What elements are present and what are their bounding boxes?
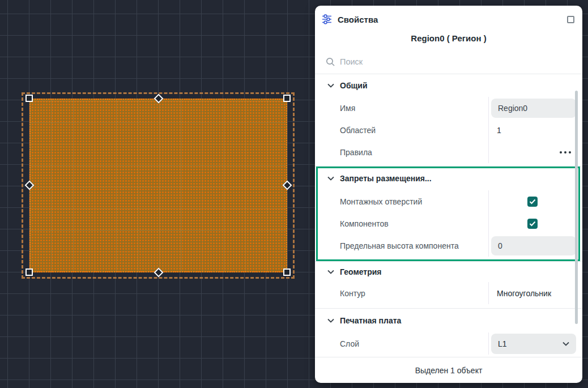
row-label: Предельная высота компонента <box>315 241 488 250</box>
section-pcb-header[interactable]: Печатная плата <box>315 309 582 332</box>
property-row-rules: Правила <box>315 141 582 163</box>
checkbox-mounting-holes[interactable] <box>527 197 538 207</box>
selected-object-title: Region0 ( Регион ) <box>315 29 582 50</box>
layer-dropdown[interactable]: L1 <box>491 334 576 354</box>
checkbox-components[interactable] <box>527 219 538 229</box>
section-pcb: Печатная плата Слой L1 <box>315 309 582 357</box>
panel-header: Свойства <box>315 6 582 29</box>
row-label: Контур <box>315 289 488 298</box>
row-label: Имя <box>315 104 488 113</box>
panel-title: Свойства <box>338 15 378 24</box>
section-geometry: Геометрия Контур Многоугольник <box>315 262 582 308</box>
selection-status: Выделен 1 объект <box>315 357 582 383</box>
row-label: Областей <box>315 126 488 135</box>
section-geometry-header[interactable]: Геометрия <box>315 262 582 282</box>
resize-handle-bottom-left[interactable] <box>25 268 33 276</box>
section-restrictions-header[interactable]: Запреты размещения... <box>315 167 582 190</box>
layer-value: L1 <box>498 339 563 348</box>
resize-handle-top-right[interactable] <box>283 95 291 102</box>
pcb-region[interactable] <box>29 99 287 272</box>
check-icon <box>529 221 536 227</box>
chevron-down-icon <box>327 83 334 88</box>
sliders-icon <box>321 13 333 25</box>
check-icon <box>529 199 536 204</box>
name-input[interactable]: Region0 <box>491 99 576 118</box>
properties-panel: Свойства Region0 ( Регион ) Общий Имя Re… <box>315 6 582 383</box>
chevron-down-icon <box>327 176 334 181</box>
contour-value: Многоугольник <box>489 289 551 298</box>
property-row-layer: Слой L1 <box>315 332 582 355</box>
max-height-input[interactable]: 0 <box>491 236 576 255</box>
row-label: Компонентов <box>315 219 488 228</box>
section-general-header[interactable]: Общий <box>315 74 582 97</box>
property-row-contour: Контур Многоугольник <box>315 282 582 304</box>
search-icon <box>325 57 335 67</box>
property-row-components: Компонентов <box>315 212 582 234</box>
areas-value: 1 <box>489 126 501 135</box>
section-title: Печатная плата <box>340 316 401 325</box>
row-label: Монтажных отверстий <box>315 197 488 206</box>
section-title: Общий <box>340 81 368 90</box>
section-title: Геометрия <box>340 267 382 276</box>
row-label: Правила <box>315 148 488 157</box>
property-search <box>315 50 582 74</box>
property-row-max-component-height: Предельная высота компонента 0 <box>315 234 582 257</box>
property-row-areas: Областей 1 <box>315 119 582 141</box>
property-row-name: Имя Region0 <box>315 97 582 119</box>
resize-handle-bottom-right[interactable] <box>283 268 291 276</box>
panel-dock-toggle[interactable] <box>567 16 574 23</box>
resize-handle-top-left[interactable] <box>25 95 33 102</box>
chevron-down-icon <box>327 270 334 274</box>
section-general: Общий Имя Region0 Областей 1 Правила <box>315 74 582 166</box>
chevron-down-icon <box>563 342 569 346</box>
row-label: Слой <box>315 339 488 348</box>
property-row-mounting-holes: Монтажных отверстий <box>315 190 582 212</box>
chevron-down-icon <box>327 318 334 323</box>
panel-scrollbar[interactable] <box>575 91 578 324</box>
section-title: Запреты размещения... <box>340 174 432 183</box>
rules-ellipsis-button[interactable] <box>560 151 571 154</box>
section-placement-restrictions: Запреты размещения... Монтажных отверсти… <box>315 167 582 261</box>
search-input[interactable] <box>340 57 582 66</box>
